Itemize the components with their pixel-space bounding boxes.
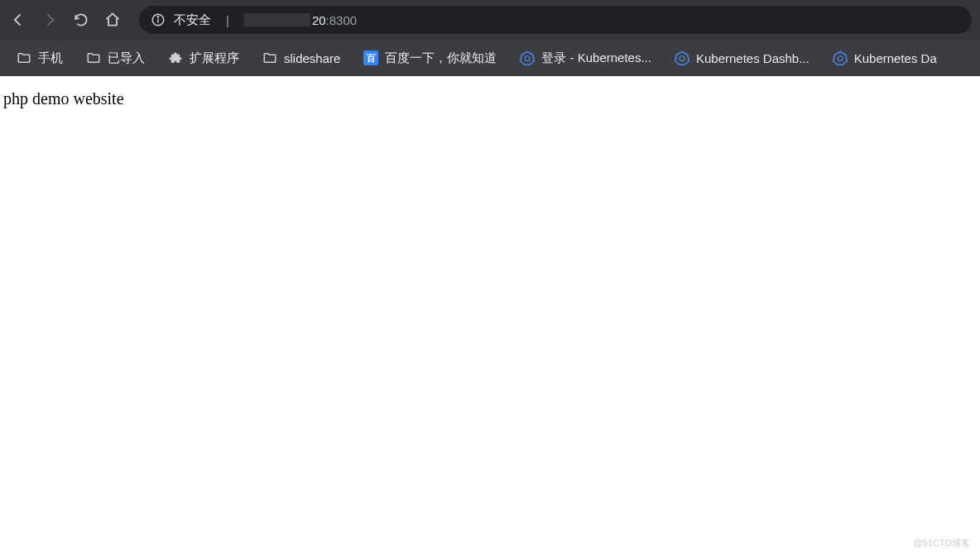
bookmark-k8s-login[interactable]: 登录 - Kubernetes... bbox=[512, 46, 660, 71]
folder-icon bbox=[17, 50, 31, 65]
bookmark-label: slideshare bbox=[284, 51, 340, 65]
insecure-label: 不安全 bbox=[174, 12, 211, 28]
bookmark-k8s-dashboard[interactable]: Kubernetes Dashb... bbox=[666, 46, 818, 70]
bookmark-label: Kubernetes Da bbox=[854, 51, 937, 65]
back-button[interactable] bbox=[8, 10, 28, 30]
home-button[interactable] bbox=[103, 10, 122, 30]
folder-icon bbox=[86, 50, 101, 65]
browser-toolbar: 不安全 | 20:8300 bbox=[0, 0, 980, 40]
bookmark-slideshare[interactable]: slideshare bbox=[254, 46, 348, 70]
kubernetes-icon bbox=[520, 50, 535, 65]
bookmark-label: Kubernetes Dashb... bbox=[696, 51, 809, 65]
address-bar[interactable]: 不安全 | 20:8300 bbox=[139, 6, 972, 34]
bookmark-imported[interactable]: 已导入 bbox=[78, 46, 153, 71]
bookmark-label: 登录 - Kubernetes... bbox=[541, 50, 651, 66]
forward-button[interactable] bbox=[40, 10, 60, 30]
bookmark-baidu[interactable]: 百 百度一下，你就知道 bbox=[355, 46, 505, 71]
reload-button[interactable] bbox=[71, 10, 91, 30]
svg-point-8 bbox=[838, 56, 843, 61]
bookmark-k8s-dashboard-2[interactable]: Kubernetes Da bbox=[824, 46, 945, 70]
url-separator: | bbox=[226, 13, 229, 27]
kubernetes-icon bbox=[833, 50, 848, 65]
page-text: php demo website bbox=[3, 89, 124, 108]
bookmark-label: 已导入 bbox=[108, 50, 145, 66]
puzzle-icon bbox=[168, 50, 183, 65]
bookmark-label: 手机 bbox=[38, 50, 63, 66]
bookmark-extensions[interactable]: 扩展程序 bbox=[160, 46, 247, 71]
bookmarks-bar: 手机 已导入 扩展程序 slideshare 百 百度一下，你就知道 登录 - … bbox=[0, 40, 980, 76]
svg-point-6 bbox=[680, 56, 685, 61]
svg-marker-7 bbox=[833, 52, 847, 65]
page-content: php demo website bbox=[0, 76, 980, 122]
bookmark-label: 扩展程序 bbox=[190, 50, 239, 66]
redacted-host bbox=[244, 13, 310, 26]
svg-marker-3 bbox=[521, 52, 535, 65]
info-icon bbox=[151, 12, 166, 27]
folder-icon bbox=[262, 50, 277, 65]
baidu-icon: 百 bbox=[363, 50, 378, 65]
bookmark-label: 百度一下，你就知道 bbox=[385, 50, 497, 66]
bookmark-mobile[interactable]: 手机 bbox=[8, 46, 71, 71]
svg-point-2 bbox=[157, 17, 158, 17]
kubernetes-icon bbox=[675, 50, 689, 65]
svg-point-4 bbox=[525, 56, 530, 61]
watermark: @51CTO博客 bbox=[914, 537, 970, 549]
url-text: 20:8300 bbox=[244, 13, 357, 27]
svg-marker-5 bbox=[675, 52, 689, 65]
